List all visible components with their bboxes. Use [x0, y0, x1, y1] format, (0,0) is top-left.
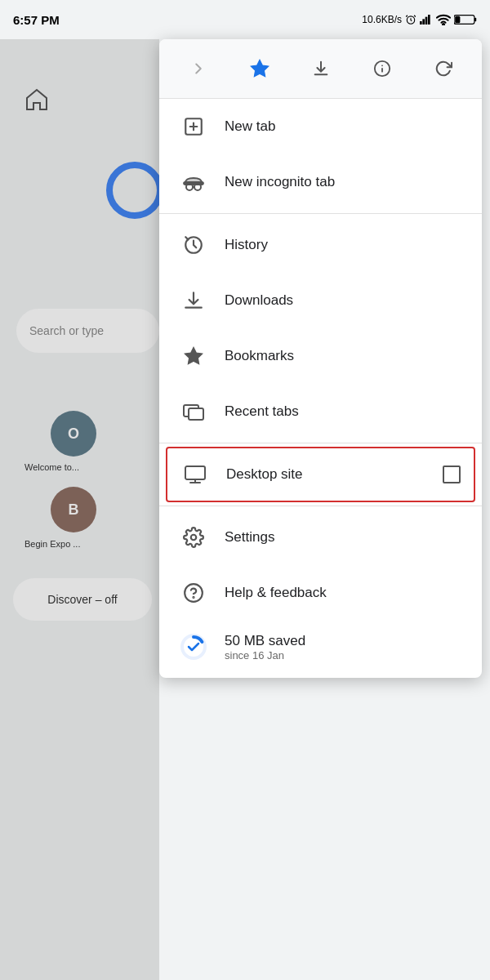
alarm-icon — [405, 14, 416, 25]
bookmark-button[interactable] — [242, 51, 278, 87]
bookmarks-item[interactable]: Bookmarks — [159, 328, 482, 384]
desktop-site-icon — [180, 460, 210, 489]
saved-text: 50 MB saved since 16 Jan — [225, 633, 305, 662]
help-feedback-item[interactable]: Help & feedback — [159, 565, 482, 621]
divider-1 — [159, 213, 482, 214]
svg-rect-1 — [420, 21, 422, 24]
history-label: History — [225, 237, 462, 253]
new-tab-item[interactable]: New tab — [159, 99, 482, 154]
bookmarks-label: Bookmarks — [225, 348, 462, 364]
downloads-item[interactable]: Downloads — [159, 273, 482, 328]
refresh-icon — [434, 60, 452, 78]
forward-button[interactable] — [180, 51, 216, 87]
svg-rect-7 — [474, 18, 476, 22]
history-item[interactable]: History — [159, 217, 482, 273]
svg-rect-4 — [428, 15, 430, 24]
saved-main: 50 MB saved — [225, 633, 305, 649]
saved-row: 50 MB saved since 16 Jan — [159, 621, 482, 678]
settings-label: Settings — [225, 529, 462, 546]
settings-icon — [179, 523, 208, 552]
divider-3 — [159, 506, 482, 506]
network-speed: 10.6KB/s — [362, 14, 402, 25]
wifi-icon — [436, 14, 451, 25]
signal-icon — [420, 14, 433, 25]
download-icon — [312, 60, 330, 78]
toolbar-row — [159, 39, 482, 99]
svg-point-5 — [443, 24, 444, 25]
dropdown-menu: New tab New incognito tab History — [159, 39, 482, 678]
download-button[interactable] — [303, 51, 339, 87]
desktop-site-item[interactable]: Desktop site — [166, 447, 475, 502]
incognito-icon — [179, 167, 208, 197]
new-tab-icon — [179, 112, 208, 141]
history-icon — [179, 230, 208, 260]
svg-rect-3 — [425, 17, 428, 24]
new-tab-label: New tab — [225, 118, 462, 135]
forward-icon — [189, 60, 207, 78]
svg-rect-2 — [422, 19, 425, 24]
battery-icon — [454, 14, 477, 25]
svg-rect-16 — [189, 408, 203, 420]
settings-item[interactable]: Settings — [159, 510, 482, 565]
status-time: 6:57 PM — [13, 13, 60, 27]
svg-point-18 — [191, 535, 197, 541]
info-button[interactable] — [364, 51, 400, 87]
status-right: 10.6KB/s — [362, 14, 477, 25]
new-incognito-tab-item[interactable]: New incognito tab — [159, 154, 482, 210]
divider-2 — [159, 443, 482, 443]
downloads-label: Downloads — [225, 292, 462, 309]
desktop-site-checkbox[interactable] — [443, 466, 461, 483]
recent-tabs-icon — [179, 397, 208, 426]
svg-rect-8 — [455, 16, 460, 24]
svg-point-20 — [193, 597, 194, 598]
info-icon — [373, 60, 391, 78]
star-icon — [249, 58, 270, 79]
svg-rect-17 — [185, 466, 205, 479]
saved-icon — [179, 632, 208, 662]
bookmarks-icon — [179, 341, 208, 371]
help-icon — [179, 578, 208, 608]
refresh-button[interactable] — [425, 51, 461, 87]
incognito-label: New incognito tab — [225, 174, 462, 190]
recent-tabs-label: Recent tabs — [225, 403, 462, 420]
dim-overlay — [0, 39, 159, 980]
downloads-icon — [179, 286, 208, 315]
saved-sub: since 16 Jan — [225, 649, 305, 662]
recent-tabs-item[interactable]: Recent tabs — [159, 384, 482, 439]
help-feedback-label: Help & feedback — [225, 585, 462, 601]
desktop-site-label: Desktop site — [226, 466, 443, 483]
status-bar: 6:57 PM 10.6KB/s — [0, 0, 490, 39]
